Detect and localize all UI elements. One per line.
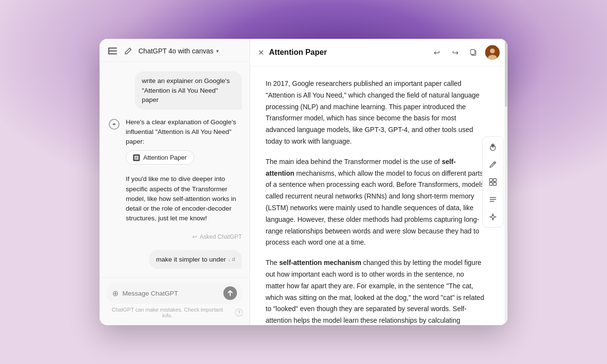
list-tool[interactable] bbox=[485, 191, 501, 208]
asked-label: ↩ Asked ChatGPT bbox=[107, 232, 242, 242]
assistant-message-1: Here's a clear explanation of Google's i… bbox=[107, 117, 242, 167]
assistant-text-1: Here's a clear explanation of Google's i… bbox=[126, 117, 242, 167]
attach-icon[interactable]: ⊕ bbox=[112, 289, 118, 298]
svg-rect-15 bbox=[489, 179, 492, 182]
svg-rect-2 bbox=[108, 53, 117, 54]
svg-point-12 bbox=[490, 49, 495, 53]
input-area: ⊕ ChatGPT can make mistakes. Check impor… bbox=[100, 277, 250, 325]
typing-cursor: ↓ d bbox=[228, 256, 235, 264]
left-header: ChatGPT 4o with canvas ▾ bbox=[100, 39, 250, 62]
sidebar-toggle-icon[interactable] bbox=[107, 46, 118, 56]
svg-rect-17 bbox=[489, 182, 492, 185]
paragraph-1: In 2017, Google researchers published an… bbox=[266, 78, 484, 148]
pages-tool[interactable] bbox=[485, 174, 501, 190]
message-input[interactable] bbox=[122, 290, 219, 297]
svg-rect-10 bbox=[471, 50, 475, 54]
svg-rect-3 bbox=[108, 48, 109, 54]
assistant-followup: If you'd like me to dive deeper into spe… bbox=[126, 174, 242, 223]
paragraph-2: The main idea behind the Transformer mod… bbox=[266, 156, 484, 248]
help-icon[interactable]: ? bbox=[235, 309, 243, 316]
close-button[interactable]: ✕ bbox=[258, 48, 264, 57]
input-row: ⊕ bbox=[106, 282, 243, 304]
svg-rect-0 bbox=[108, 48, 117, 49]
disclaimer: ChatGPT can make mistakes. Check importa… bbox=[106, 307, 243, 321]
svg-rect-1 bbox=[108, 50, 117, 51]
copy-button[interactable] bbox=[467, 46, 480, 59]
hand-tool[interactable] bbox=[485, 139, 501, 155]
assistant-avatar bbox=[107, 117, 121, 131]
sidebar-tools bbox=[482, 136, 504, 228]
canvas-button[interactable]: Attention Paper bbox=[126, 150, 194, 165]
undo-button[interactable]: ↩ bbox=[430, 46, 443, 59]
app-window: ChatGPT 4o with canvas ▾ write an explai… bbox=[100, 39, 507, 325]
redo-button[interactable]: ↪ bbox=[448, 46, 462, 59]
svg-rect-8 bbox=[135, 159, 137, 159]
sparkle-tool[interactable] bbox=[485, 209, 501, 225]
scrollbar-thumb[interactable] bbox=[505, 39, 507, 107]
canvas-title: Attention Paper bbox=[269, 48, 425, 57]
document-icon bbox=[133, 154, 140, 161]
app-title[interactable]: ChatGPT 4o with canvas ▾ bbox=[138, 47, 242, 55]
paragraph-3: The self-attention mechanism changed thi… bbox=[266, 257, 484, 325]
edit-icon[interactable] bbox=[123, 46, 134, 56]
right-panel: ✕ Attention Paper ↩ ↪ bbox=[250, 39, 507, 325]
chat-area: write an explainer on Google's "Attentio… bbox=[100, 62, 250, 277]
scrollbar-track bbox=[505, 39, 507, 325]
svg-rect-7 bbox=[135, 158, 138, 158]
svg-rect-6 bbox=[135, 157, 138, 157]
user-message-2: make it simpler to under ↓ d bbox=[149, 250, 242, 269]
pen-tool[interactable] bbox=[485, 156, 501, 173]
header-actions: ↩ ↪ bbox=[430, 45, 500, 60]
user-message-1: write an explainer on Google's "Attentio… bbox=[135, 71, 242, 110]
svg-rect-18 bbox=[493, 182, 496, 185]
user-avatar bbox=[485, 45, 500, 60]
canvas-content: In 2017, Google researchers published an… bbox=[250, 66, 507, 325]
left-panel: ChatGPT 4o with canvas ▾ write an explai… bbox=[100, 39, 250, 325]
send-button[interactable] bbox=[223, 286, 237, 300]
chevron-down-icon: ▾ bbox=[216, 48, 219, 54]
canvas-header: ✕ Attention Paper ↩ ↪ bbox=[250, 39, 507, 66]
svg-rect-16 bbox=[493, 179, 496, 182]
